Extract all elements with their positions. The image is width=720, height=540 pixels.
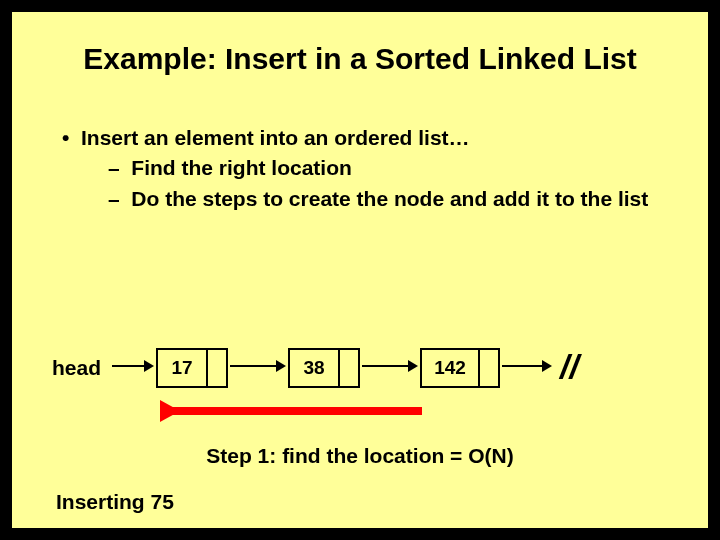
node-2: 38 — [288, 348, 360, 388]
bullet-main: • Insert an element into an ordered list… — [62, 124, 668, 152]
head-label: head — [52, 356, 101, 380]
slide: Example: Insert in a Sorted Linked List … — [12, 12, 708, 528]
bullet-sub1-text: Find the right location — [131, 156, 351, 179]
node-2-pointer — [338, 350, 358, 386]
node-3: 142 — [420, 348, 500, 388]
bullet-sub1: – Find the right location — [108, 154, 668, 182]
linked-list-diagram: head 17 38 142 // — [52, 348, 692, 404]
traversal-arrow-icon — [160, 404, 440, 418]
step-caption: Step 1: find the location = O(N) — [12, 444, 708, 468]
bullet-list: • Insert an element into an ordered list… — [12, 124, 708, 213]
null-symbol: // — [560, 348, 579, 384]
bullet-sub2: – Do the steps to create the node and ad… — [108, 185, 668, 213]
bullet-main-text: Insert an element into an ordered list… — [81, 126, 470, 149]
bullet-sub2-text: Do the steps to create the node and add … — [131, 187, 648, 210]
node-3-pointer — [478, 350, 498, 386]
node-2-value: 38 — [290, 350, 338, 386]
arrow-node2-to-node3 — [362, 365, 416, 367]
node-1-value: 17 — [158, 350, 206, 386]
node-3-value: 142 — [422, 350, 478, 386]
node-1: 17 — [156, 348, 228, 388]
arrow-head-to-node1 — [112, 365, 152, 367]
arrow-node3-to-null — [502, 365, 550, 367]
node-1-pointer — [206, 350, 226, 386]
inserting-label: Inserting 75 — [56, 490, 174, 514]
slide-title: Example: Insert in a Sorted Linked List — [12, 42, 708, 76]
arrow-node1-to-node2 — [230, 365, 284, 367]
